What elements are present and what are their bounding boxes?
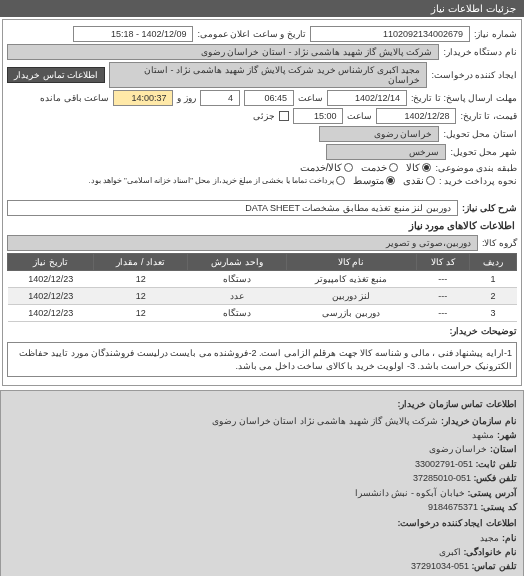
pay-radio-group: نقدی متوسط پرداخت تماما یا بخشی از مبلغ … [88,175,435,186]
contact-phone: 051-33002791 [415,459,473,469]
budget-opt-0[interactable]: کالا [406,162,431,173]
desc-label: شرح کلی نیاز: [462,203,517,213]
buyer-notes-field: 1-ارایه پیشنهاد فنی ، مالی و شناسه کالا … [7,342,517,377]
contact-section: اطلاعات تماس سازمان خریدار: نام سازمان خ… [0,390,524,576]
table-header: نام کالا [286,254,416,271]
budget-opt-1-label: خدمت [361,162,387,173]
req-no-label: شماره نیاز: [474,29,517,39]
remain-days-label: روز و [177,93,196,103]
table-header: واحد شمارش [188,254,287,271]
remain-days-field: 4 [200,90,240,106]
price-until-label: قیمت، تا تاریخ: [460,111,517,121]
contact-name-label: نام: [502,533,517,543]
remain-time-label: ساعت باقی مانده [40,93,109,103]
buyer-label: نام دستگاه خریدار: [443,47,517,57]
partial-checkbox[interactable] [279,111,289,121]
pay-opt-0[interactable]: نقدی [403,175,435,186]
table-cell: 1402/12/23 [8,271,94,288]
delivery-province-label: استان محل تحویل: [443,129,517,139]
creator-title: اطلاعات ایجاد کننده درخواست: [7,516,517,530]
pay-opt-1-label: متوسط [353,175,384,186]
budget-opt-2-label: کالا/خدمت [300,162,343,173]
contact-city: مشهد [472,430,494,440]
pub-date-field: 1402/12/09 - 15:18 [73,26,193,42]
radio-icon [426,176,435,185]
pay-label: نحوه پرداخت خرید : [439,176,517,186]
page-header: جزئیات اطلاعات نیاز [0,0,524,17]
pay-opt-1[interactable]: متوسط [353,175,395,186]
goods-section-title: اطلاعات کالاهای مورد نیاز [9,220,515,231]
radio-icon [389,163,398,172]
buyer-notes-label: توضیحات خریدار: [450,326,518,336]
contact-addr-label: آدرس پستی: [468,488,518,498]
deadline-date-field: 1402/12/14 [327,90,407,106]
contact-cphone: 051-37291034 [411,561,469,571]
table-header: ردیف [469,254,516,271]
radio-icon [344,163,353,172]
deadline-time-label: ساعت [298,93,323,103]
table-cell: --- [416,288,469,305]
buyer-field: شرکت پالایش گاز شهید هاشمی نژاد - استان … [7,44,439,60]
contact-province-label: استان: [490,444,517,454]
budget-label: طبقه بندی موضوعی: [435,163,517,173]
delivery-city-label: شهر محل تحویل: [450,147,517,157]
radio-icon [386,176,395,185]
budget-opt-1[interactable]: خدمت [361,162,398,173]
radio-icon [422,163,431,172]
table-cell: 3 [469,305,516,322]
contact-addr: خیابان آبکوه - نبش دانشسرا [355,488,465,498]
contact-lname-label: نام خانوادگی: [464,547,518,557]
contact-lname: اکبری [439,547,461,557]
deadline-label: مهلت ارسال پاسخ: تا تاریخ: [411,93,517,103]
contact-org-label: نام سازمان خریدار: [441,416,517,426]
goods-group-label: گروه کالا: [482,238,517,248]
budget-opt-2[interactable]: کالا/خدمت [300,162,354,173]
contact-title: اطلاعات تماس سازمان خریدار: [7,397,517,411]
table-header: تعداد / مقدار [94,254,188,271]
table-cell: 12 [94,271,188,288]
table-row: 3---دوربین بازرسیدستگاه121402/12/23 [8,305,517,322]
price-until-time-field: 15:00 [293,108,343,124]
price-until-date-field: 1402/12/28 [376,108,456,124]
table-cell: 12 [94,288,188,305]
req-no-field: 1102092134002679 [310,26,470,42]
table-cell: دستگاه [188,305,287,322]
contact-info-button[interactable]: اطلاعات تماس خریدار [7,67,105,83]
remain-time-field: 14:00:37 [113,90,173,106]
contact-name: مجید [480,533,499,543]
table-row: 2---لنز دوربینعدد121402/12/23 [8,288,517,305]
table-cell: لنز دوربین [286,288,416,305]
table-header: تاریخ نیاز [8,254,94,271]
table-header: کد کالا [416,254,469,271]
radio-icon [336,176,345,185]
table-cell: 12 [94,305,188,322]
delivery-province-field: خراسان رضوی [319,126,439,142]
contact-province: خراسان رضوی [429,444,488,454]
desc-field: دوربین لنز منبع تغذیه مطابق مشخصات DATA … [7,200,458,216]
partial-label: جزئی [253,111,275,121]
price-until-time-label: ساعت [347,111,372,121]
table-row: 1---منبع تغذیه کامپیوتردستگاه121402/12/2… [8,271,517,288]
pay-opt-2-label: پرداخت تماما یا بخشی از مبلغ خرید،از محل… [88,176,334,185]
contact-cphone-label: تلفن تماس: [472,561,518,571]
table-cell: 1402/12/23 [8,288,94,305]
deadline-time-field: 06:45 [244,90,294,106]
contact-org: شرکت پالایش گاز شهید هاشمی نژاد استان خر… [212,416,438,426]
contact-city-label: شهر: [497,430,517,440]
table-cell: منبع تغذیه کامپیوتر [286,271,416,288]
contact-phone-label: تلفن ثابت: [476,459,518,469]
goods-group-field: دوربین،صوتی و تصویر [7,235,478,251]
table-cell: دوربین بازرسی [286,305,416,322]
budget-radio-group: کالا خدمت کالا/خدمت [300,162,432,173]
budget-opt-0-label: کالا [406,162,420,173]
pub-date-label: تاریخ و ساعت اعلان عمومی: [197,29,306,39]
requester-field: مجید اکبری کارشناس خرید شرکت پالایش گاز … [109,62,427,88]
main-form: شماره نیاز: 1102092134002679 تاریخ و ساع… [2,19,522,386]
pay-opt-2[interactable]: پرداخت تماما یا بخشی از مبلغ خرید،از محل… [88,176,345,185]
table-cell: 1 [469,271,516,288]
contact-post-label: کد پستی: [481,502,518,512]
table-cell: دستگاه [188,271,287,288]
contact-post: 9184675371 [428,502,478,512]
table-cell: عدد [188,288,287,305]
delivery-city-field: سرخس [326,144,446,160]
